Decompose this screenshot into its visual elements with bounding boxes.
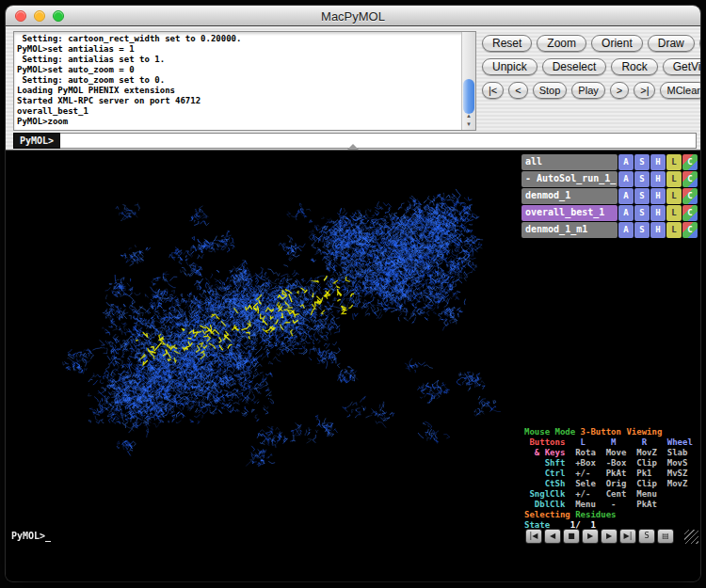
getview-button[interactable]: GetView [663, 58, 700, 75]
object-color-button[interactable]: C [682, 222, 698, 238]
play-button[interactable]: Play [571, 82, 604, 99]
movie-play-button[interactable]: ▶ [582, 529, 599, 544]
console-line: Setting: auto_zoom set to 0. [17, 75, 458, 86]
object-name[interactable]: - AutoSol_run_1_ [521, 171, 618, 187]
object-show-button[interactable]: S [634, 188, 650, 204]
mouse-panel-text: Selecting [524, 510, 575, 519]
mouse-panel-line[interactable]: Selecting Residues [524, 510, 693, 520]
console-log[interactable]: Setting: cartoon_rect_width set to 0.200… [13, 31, 476, 131]
panel-toggle-button[interactable]: ▤ [657, 529, 674, 544]
vcr-bar: |◀◀■▶▶▶|S▤ [525, 529, 674, 544]
object-label-button[interactable]: L [666, 171, 682, 187]
object-name[interactable]: overall_best_1 [521, 205, 618, 221]
console-line: PyMOL>zoom [17, 117, 458, 127]
mouse-panel-text: & Keys [524, 448, 575, 457]
mouse-panel-text: Residues [575, 510, 616, 519]
console-scrollbar[interactable]: ▲ ▼ [461, 32, 475, 130]
object-name[interactable]: all [521, 154, 618, 170]
prompt-label: PyMOL> [13, 133, 60, 149]
step-back-button[interactable]: < [508, 82, 527, 99]
console-line: Loading PyMOL PHENIX extensions [17, 86, 458, 96]
rock-button[interactable]: Rock [611, 58, 657, 75]
fast-forward-button[interactable]: >| [634, 82, 655, 99]
command-input[interactable] [60, 133, 697, 149]
object-label-button[interactable]: L [666, 205, 682, 221]
object-panel: allASHLC- AutoSol_run_1_ASHLCdenmod_1ASH… [521, 151, 700, 580]
rewind-button[interactable]: |< [482, 82, 504, 99]
viewport-3d[interactable] [6, 151, 521, 580]
console-line: PyMOL>set antialias = 1 [17, 44, 458, 55]
viewport-prompt: PyMOL>_ [11, 531, 51, 541]
mouse-panel-text: Buttons [524, 437, 575, 447]
mouse-panel-text: CtSh [524, 479, 575, 488]
movie-stop-button[interactable]: ■ [563, 529, 580, 544]
mouse-panel-text: SnglClk [524, 489, 575, 499]
draw-button[interactable]: Draw [648, 35, 695, 52]
object-name[interactable]: denmod_1 [521, 188, 618, 204]
resize-grip[interactable] [684, 530, 698, 544]
mouse-panel-line: Buttons L M R Wheel [524, 437, 693, 448]
object-hide-button[interactable]: H [650, 154, 666, 170]
object-row: denmod_1_m1ASHLC [521, 222, 698, 238]
scrollbar-thumb[interactable] [463, 79, 474, 114]
title-bar[interactable]: MacPyMOL [6, 6, 700, 26]
object-hide-button[interactable]: H [650, 222, 666, 238]
macpymol-window: MacPyMOL Setting: cartoon_rect_width set… [6, 6, 700, 581]
reset-button[interactable]: Reset [482, 35, 532, 52]
step-forward-button[interactable]: > [610, 82, 629, 99]
object-show-button[interactable]: S [634, 154, 650, 170]
movie-step-forward-button[interactable]: ▶ [601, 529, 618, 544]
scroll-up-icon[interactable]: ▲ [462, 112, 475, 120]
object-action-button[interactable]: A [618, 222, 634, 238]
object-row: overall_best_1ASHLC [521, 205, 698, 221]
movie-rewind-button[interactable]: |◀ [525, 529, 542, 544]
object-label-button[interactable]: L [666, 188, 682, 204]
mclear-button[interactable]: MClear [660, 82, 700, 99]
object-color-button[interactable]: C [682, 154, 698, 170]
object-hide-button[interactable]: H [650, 205, 666, 221]
object-show-button[interactable]: S [634, 222, 650, 238]
mouse-panel-text: +/- PkAt Pk1 MvSZ [575, 469, 687, 478]
movie-step-back-button[interactable]: ◀ [544, 529, 561, 544]
mouse-panel-text: 3-Button Viewing [581, 427, 663, 437]
toolbar-row: ResetZoomOrientDrawRay [482, 35, 698, 52]
mouse-panel-text: Sele Orig Clip MovZ [575, 479, 687, 488]
mouse-panel-text: +/- Cent Menu [575, 489, 657, 499]
orient-button[interactable]: Orient [591, 35, 643, 52]
mouse-panel-line: DblClk Menu - PkAt [524, 500, 693, 510]
object-hide-button[interactable]: H [650, 188, 666, 204]
object-color-button[interactable]: C [682, 188, 698, 204]
ray-button[interactable]: Ray [699, 35, 700, 52]
zoom-button[interactable]: Zoom [537, 35, 586, 52]
object-label-button[interactable]: L [666, 154, 682, 170]
mouse-panel-text: +Box -Box Clip MovS [575, 458, 687, 468]
object-name[interactable]: denmod_1_m1 [521, 222, 618, 238]
upper-controls-panel: Setting: cartoon_rect_width set to 0.200… [6, 26, 700, 151]
scene-button[interactable]: S [638, 529, 655, 544]
mouse-panel-text: Menu - PkAt [575, 500, 657, 509]
object-action-button[interactable]: A [618, 188, 634, 204]
scroll-down-icon[interactable]: ▼ [462, 120, 475, 129]
object-row: denmod_1ASHLC [521, 188, 698, 204]
pane-splitter-handle[interactable] [347, 144, 359, 150]
object-label-button[interactable]: L [666, 222, 682, 238]
object-list: allASHLC- AutoSol_run_1_ASHLCdenmod_1ASH… [521, 154, 698, 239]
toolbar-row: UnpickDeselectRockGetView [482, 58, 698, 75]
mouse-panel-text: DblClk [524, 500, 575, 509]
object-action-button[interactable]: A [618, 171, 634, 187]
object-action-button[interactable]: A [618, 205, 634, 221]
deselect-button[interactable]: Deselect [542, 58, 607, 75]
object-show-button[interactable]: S [634, 171, 650, 187]
toolbar-row: |<<StopPlay>>|MClear [482, 82, 698, 99]
object-action-button[interactable]: A [618, 154, 634, 170]
object-hide-button[interactable]: H [650, 171, 666, 187]
object-row: allASHLC [521, 154, 698, 170]
mouse-panel-line: Ctrl +/- PkAt Pk1 MvSZ [524, 469, 693, 479]
object-show-button[interactable]: S [634, 205, 650, 221]
object-color-button[interactable]: C [682, 171, 698, 187]
mouse-panel-text: Ctrl [524, 469, 575, 478]
unpick-button[interactable]: Unpick [482, 58, 538, 75]
movie-end-button[interactable]: ▶| [619, 529, 636, 544]
stop-button[interactable]: Stop [533, 82, 568, 99]
object-color-button[interactable]: C [682, 205, 698, 221]
